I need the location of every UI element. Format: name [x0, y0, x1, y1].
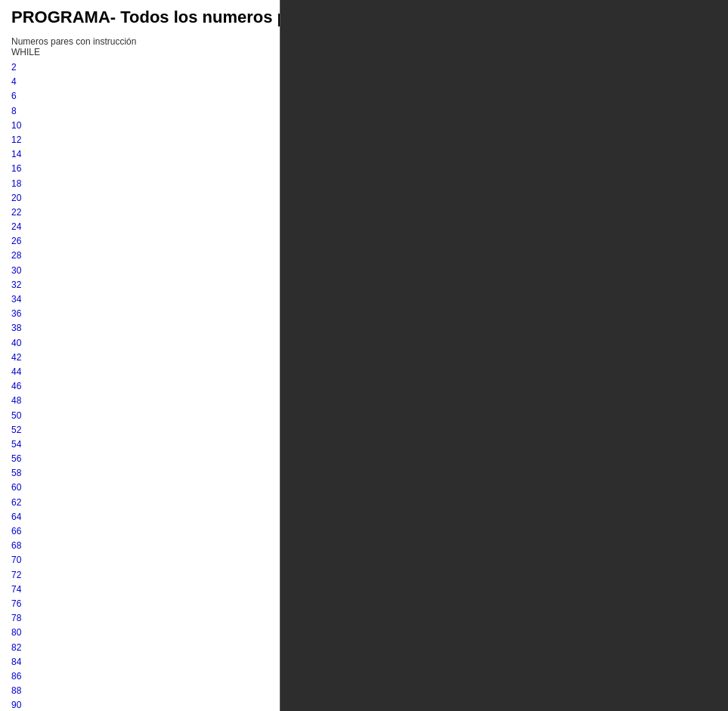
- output-90: 90: [11, 698, 144, 711]
- output-4: 4: [11, 75, 144, 89]
- output-64: 64: [11, 510, 144, 524]
- output-16: 16: [11, 162, 144, 176]
- sublime-window: D:\Usuario\Desktop\Lógica de Programació…: [280, 0, 728, 711]
- output-30: 30: [11, 264, 144, 278]
- output-32: 32: [11, 278, 144, 292]
- output-28: 28: [11, 249, 144, 263]
- output-38: 38: [11, 321, 144, 335]
- output-82: 82: [11, 641, 144, 655]
- output-20: 20: [11, 191, 144, 206]
- output-12: 12: [11, 133, 144, 147]
- output-68: 68: [11, 539, 144, 553]
- output-10: 10: [11, 119, 144, 133]
- output-48: 48: [11, 394, 144, 408]
- output-numbers: 2 4 6 8 10 12 14 16 18 20 22 24 26 28 30…: [11, 60, 144, 711]
- output-54: 54: [11, 437, 144, 452]
- output-52: 52: [11, 423, 144, 437]
- output-46: 46: [11, 379, 144, 394]
- output-62: 62: [11, 496, 144, 510]
- output-58: 58: [11, 466, 144, 481]
- output-2: 2: [11, 60, 144, 75]
- output-80: 80: [11, 626, 144, 640]
- output-70: 70: [11, 553, 144, 567]
- output-60: 60: [11, 481, 144, 495]
- output-34: 34: [11, 292, 144, 307]
- output-18: 18: [11, 177, 144, 191]
- output-74: 74: [11, 583, 144, 597]
- output-26: 26: [11, 234, 144, 249]
- output-76: 76: [11, 597, 144, 611]
- output-6: 6: [11, 89, 144, 104]
- output-22: 22: [11, 206, 144, 220]
- output-56: 56: [11, 452, 144, 466]
- output-44: 44: [11, 365, 144, 379]
- output-86: 86: [11, 669, 144, 684]
- output-40: 40: [11, 336, 144, 351]
- output-66: 66: [11, 524, 144, 539]
- output-88: 88: [11, 684, 144, 698]
- output-50: 50: [11, 409, 144, 423]
- output-42: 42: [11, 351, 144, 365]
- output-78: 78: [11, 611, 144, 626]
- output-14: 14: [11, 147, 144, 162]
- output-8: 8: [11, 104, 144, 119]
- output-84: 84: [11, 655, 144, 669]
- output-24: 24: [11, 220, 144, 234]
- subtitle: Numeros pares con instrucción WHILE: [11, 36, 144, 57]
- output-72: 72: [11, 568, 144, 583]
- output-36: 36: [11, 307, 144, 321]
